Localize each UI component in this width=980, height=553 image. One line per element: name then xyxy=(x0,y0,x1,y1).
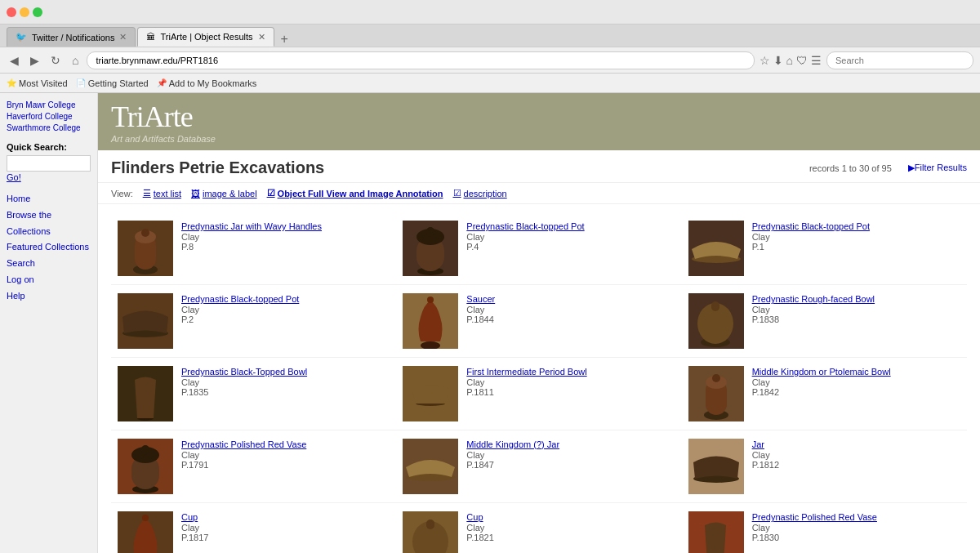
svg-rect-28 xyxy=(142,515,149,521)
minimize-window-btn[interactable] xyxy=(20,7,29,17)
artifact-info: Middle Kingdom (?) Jar Clay P.1847 xyxy=(466,439,675,470)
download-icon[interactable]: ⬇ xyxy=(773,54,783,67)
svg-rect-3 xyxy=(141,229,149,237)
nav-browse[interactable]: Browse the Collections xyxy=(7,207,91,240)
menu-icon[interactable]: ☰ xyxy=(811,54,822,67)
artifact-title[interactable]: Predynastic Black-topped Pot xyxy=(181,294,299,304)
view-text-list-label: text list xyxy=(154,189,181,198)
artifact-material: Clay xyxy=(466,305,675,314)
tab-triarte[interactable]: 🏛 TriArte | Object Results ✕ xyxy=(137,27,274,47)
artifact-title[interactable]: Cup xyxy=(466,512,483,522)
artifact-info: Predynastic Black-topped Pot Clay P.4 xyxy=(466,221,675,252)
artifact-title[interactable]: Cup xyxy=(181,512,198,522)
artifact-image xyxy=(403,293,458,349)
artifact-item: Predynastic Jar with Wavy Handles Clay P… xyxy=(111,212,396,285)
artifact-id: P.1830 xyxy=(752,533,960,542)
artifact-material: Clay xyxy=(466,450,675,460)
artifact-info: Predynastic Polished Red Vase Clay P.179… xyxy=(181,439,390,470)
toolbar-icons: ☆ ⬇ ⌂ 🛡 ☰ xyxy=(760,54,822,67)
artifact-info: Predynastic Jar with Wavy Handles Clay P… xyxy=(181,221,390,252)
records-info: records 1 to 30 of 95 xyxy=(809,163,892,173)
nav-help[interactable]: Help xyxy=(7,288,91,305)
tab-triarte-close[interactable]: ✕ xyxy=(258,32,265,42)
artifact-info: Saucer Clay P.1844 xyxy=(466,293,675,324)
getting-started-icon: 📄 xyxy=(76,78,86,87)
logo-subtitle: Art and Artifacts Database xyxy=(111,134,216,144)
view-text-list[interactable]: ☰ text list xyxy=(143,188,181,198)
artifact-material: Clay xyxy=(466,232,675,242)
artifact-material: Clay xyxy=(466,523,675,533)
artifact-title[interactable]: Middle Kingdom (?) Jar xyxy=(466,439,559,449)
bookmark-getting-started[interactable]: 📄 Getting Started xyxy=(76,78,149,88)
college-link-haverford[interactable]: Haverford College xyxy=(7,111,91,123)
view-description[interactable]: ☑ description xyxy=(453,188,507,198)
forward-button[interactable]: ▶ xyxy=(27,52,42,69)
artifact-title[interactable]: Predynastic Polished Red Vase xyxy=(752,512,877,522)
home-button[interactable]: ⌂ xyxy=(69,52,82,69)
college-links: Bryn Mawr College Haverford College Swar… xyxy=(7,100,91,134)
artifact-id: P.1791 xyxy=(181,460,390,470)
home-icon[interactable]: ⌂ xyxy=(786,54,793,67)
bookmark-star-icon[interactable]: ☆ xyxy=(760,54,770,67)
artifact-title[interactable]: Middle Kingdom or Ptolemaic Bowl xyxy=(752,367,891,377)
artifact-info: Cup Clay P.1821 xyxy=(466,511,675,542)
artifact-id: P.1847 xyxy=(466,460,675,470)
artifact-image xyxy=(118,511,173,553)
nav-home[interactable]: Home xyxy=(7,191,91,207)
svg-rect-11 xyxy=(427,297,434,303)
maximize-window-btn[interactable] xyxy=(33,7,42,17)
artifact-info: Predynastic Black-topped Pot Clay P.2 xyxy=(181,293,390,324)
artifact-id: P.1821 xyxy=(466,533,675,542)
artifact-image xyxy=(688,366,744,421)
tab-twitter-label: Twitter / Notifications xyxy=(32,33,114,42)
artifact-title[interactable]: Predynastic Black-topped Pot xyxy=(466,221,584,231)
view-label: View: xyxy=(111,189,133,198)
nav-logon[interactable]: Log on xyxy=(7,272,91,288)
college-link-brynmawr[interactable]: Bryn Mawr College xyxy=(7,100,91,111)
address-input[interactable] xyxy=(87,51,754,69)
artifact-item: Middle Kingdom or Ptolemaic Bowl Clay P.… xyxy=(682,358,967,430)
bookmark-add-label: Add to My Bookmarks xyxy=(169,78,257,88)
bookmark-most-visited[interactable]: ⭐ Most Visited xyxy=(7,78,68,88)
filter-results-link[interactable]: ▶Filter Results xyxy=(908,163,967,173)
bookmark-most-visited-label: Most Visited xyxy=(19,78,68,88)
artifact-image xyxy=(403,366,458,421)
nav-featured[interactable]: Featured Collections xyxy=(7,239,91,256)
nav-search[interactable]: Search xyxy=(7,256,91,272)
artifact-item: Predynastic Black-topped Pot Clay P.4 xyxy=(396,212,681,285)
bookmark-add[interactable]: 📌 Add to My Bookmarks xyxy=(157,78,257,88)
artifact-id: P.1842 xyxy=(752,387,960,397)
tab-twitter-close[interactable]: ✕ xyxy=(119,32,127,42)
view-image-label[interactable]: 🖼 image & label xyxy=(191,189,257,198)
svg-rect-31 xyxy=(426,520,434,529)
artifact-title[interactable]: Predynastic Black-Topped Bowl xyxy=(181,367,307,377)
full-view-icon: ☑ xyxy=(267,188,275,198)
view-full-view[interactable]: ☑ Object Full View and Image Annotation xyxy=(267,188,443,198)
artifact-title[interactable]: Predynastic Rough-faced Bowl xyxy=(752,294,875,304)
quick-search-input[interactable] xyxy=(7,155,91,172)
shield-icon[interactable]: 🛡 xyxy=(796,54,808,67)
browser-search-input[interactable] xyxy=(826,51,973,69)
new-tab-button[interactable]: + xyxy=(276,32,293,47)
artifact-info: Predynastic Rough-faced Bowl Clay P.1838 xyxy=(752,293,960,324)
artifact-image xyxy=(688,293,744,349)
close-window-btn[interactable] xyxy=(7,7,16,17)
tab-twitter[interactable]: 🐦 Twitter / Notifications ✕ xyxy=(7,27,136,47)
artifact-title[interactable]: Saucer xyxy=(466,294,495,304)
view-bar: View: ☰ text list 🖼 image & label ☑ Obje… xyxy=(98,183,980,204)
artifact-title[interactable]: Predynastic Polished Red Vase xyxy=(181,439,306,449)
reload-button[interactable]: ↻ xyxy=(47,52,64,69)
bookmark-getting-started-label: Getting Started xyxy=(88,78,149,88)
artifact-image xyxy=(118,366,173,421)
go-button[interactable]: Go! xyxy=(7,172,21,182)
most-visited-icon: ⭐ xyxy=(7,78,16,87)
artifact-id: P.1817 xyxy=(181,533,390,542)
artifact-image xyxy=(688,511,744,553)
artifact-title[interactable]: First Intermediate Period Bowl xyxy=(466,367,586,377)
artifact-title[interactable]: Predynastic Jar with Wavy Handles xyxy=(181,221,322,231)
artifact-title[interactable]: Jar xyxy=(752,439,764,449)
college-link-swarthmore[interactable]: Swarthmore College xyxy=(7,123,91,134)
window-controls[interactable] xyxy=(7,7,42,17)
back-button[interactable]: ◀ xyxy=(7,52,22,69)
artifact-title[interactable]: Predynastic Black-topped Pot xyxy=(752,221,870,231)
